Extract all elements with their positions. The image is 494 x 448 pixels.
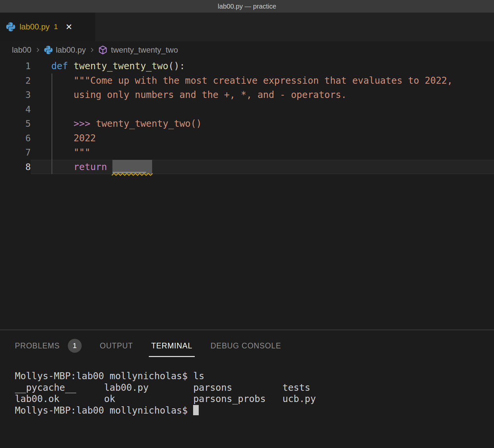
panel-tab-label: OUTPUT (100, 341, 133, 350)
code-token: def (51, 61, 68, 71)
code-token (68, 61, 74, 71)
editor-tab-lab00[interactable]: lab00.py 1 ✕ (0, 13, 95, 41)
line-number: 6 (0, 131, 31, 146)
code-line[interactable]: 3 using only numbers and the +, *, and -… (0, 88, 494, 102)
panel-tab-problems[interactable]: PROBLEMS1 (15, 330, 82, 361)
tab-filename: lab00.py (20, 22, 50, 31)
code-token: """Come up with the most creative expres… (73, 75, 452, 86)
code-token (51, 161, 73, 172)
code-line[interactable]: 7 """ (0, 145, 494, 160)
terminal-line: Mollys-MBP:lab00 mollynicholas$ (15, 405, 494, 417)
code-token: return (73, 161, 107, 172)
code-line[interactable]: 6 2022 (0, 131, 494, 146)
terminal-cursor (193, 405, 199, 415)
code-text (31, 102, 494, 117)
code-token: 2022 (73, 133, 96, 144)
panel-tab-label: PROBLEMS (15, 341, 60, 350)
indent-guide (52, 73, 52, 174)
code-token: >>> (73, 118, 90, 129)
python-file-icon (44, 46, 53, 54)
problems-count-badge: 1 (68, 339, 82, 353)
code-line[interactable]: 2 """Come up with the most creative expr… (0, 73, 494, 88)
line-number: 2 (0, 73, 31, 88)
code-text: return ______ (31, 160, 494, 174)
terminal[interactable]: Mollys-MBP:lab00 mollynicholas$ ls__pyca… (0, 361, 494, 416)
code-text: """ (31, 145, 494, 160)
code-token (90, 118, 96, 129)
code-token: (): (168, 61, 185, 71)
breadcrumb-item-folder[interactable]: lab00 (12, 45, 31, 55)
code-text: """Come up with the most creative expres… (31, 73, 494, 88)
breadcrumb-item-symbol[interactable]: twenty_twenty_two (111, 45, 178, 55)
window-title: lab00.py — practice (218, 3, 276, 10)
code-token: twenty_twenty_two() (96, 118, 202, 129)
code-token (51, 147, 73, 158)
code-token (51, 89, 73, 100)
panel-tab-bar: PROBLEMS1OUTPUTTERMINALDEBUG CONSOLE (0, 330, 494, 361)
panel-tab-debug-console[interactable]: DEBUG CONSOLE (211, 330, 281, 361)
code-token: """ (73, 147, 90, 158)
code-token: using only numbers and the +, *, and - o… (73, 89, 347, 100)
code-line[interactable]: 1def twenty_twenty_two(): (0, 59, 494, 73)
code-token (107, 161, 113, 172)
line-number: 4 (0, 102, 31, 117)
line-number: 5 (0, 116, 31, 131)
terminal-line: __pycache__ lab00.py parsons tests (15, 382, 494, 394)
code-editor[interactable]: 1def twenty_twenty_two():2 """Come up wi… (0, 59, 494, 330)
code-token (51, 118, 73, 129)
code-token: twenty_twenty_two (73, 61, 168, 71)
panel-tab-label: DEBUG CONSOLE (211, 341, 281, 350)
editor-tab-strip: lab00.py 1 ✕ (0, 13, 494, 41)
symbol-method-icon (98, 45, 107, 55)
code-token (51, 75, 73, 86)
code-text: >>> twenty_twenty_two() (31, 116, 494, 131)
breadcrumb-item-file[interactable]: lab00.py (56, 45, 86, 55)
code-token (51, 133, 73, 144)
terminal-line: lab00.ok ok parsons_probs ucb.py (15, 393, 494, 405)
tab-close-icon[interactable]: ✕ (65, 22, 72, 32)
code-text: using only numbers and the +, *, and - o… (31, 88, 494, 102)
line-number: 3 (0, 88, 31, 102)
code-text: 2022 (31, 131, 494, 146)
code-line[interactable]: 4 (0, 102, 494, 117)
chevron-right-icon (35, 47, 41, 53)
line-number: 1 (0, 59, 31, 73)
warning-squiggle (112, 173, 152, 176)
python-file-icon (6, 22, 15, 31)
panel-tab-label: TERMINAL (151, 341, 192, 350)
panel-tab-terminal[interactable]: TERMINAL (151, 330, 192, 361)
bottom-panel: PROBLEMS1OUTPUTTERMINALDEBUG CONSOLE Mol… (0, 330, 494, 448)
code-line[interactable]: 8 return ______ (0, 160, 494, 174)
line-number: 7 (0, 145, 31, 160)
code-line[interactable]: 5 >>> twenty_twenty_two() (0, 116, 494, 131)
code-text: def twenty_twenty_two(): (31, 59, 494, 73)
chevron-right-icon (89, 47, 95, 53)
window-titlebar: lab00.py — practice (0, 0, 494, 13)
panel-tab-output[interactable]: OUTPUT (100, 330, 133, 361)
blank-placeholder-selected[interactable]: ______ (112, 160, 152, 174)
tab-problem-count: 1 (54, 22, 58, 31)
line-number: 8 (0, 160, 31, 174)
breadcrumb: lab00 lab00.py twenty_twenty_two (0, 41, 494, 59)
terminal-line: Mollys-MBP:lab00 mollynicholas$ ls (15, 371, 494, 382)
